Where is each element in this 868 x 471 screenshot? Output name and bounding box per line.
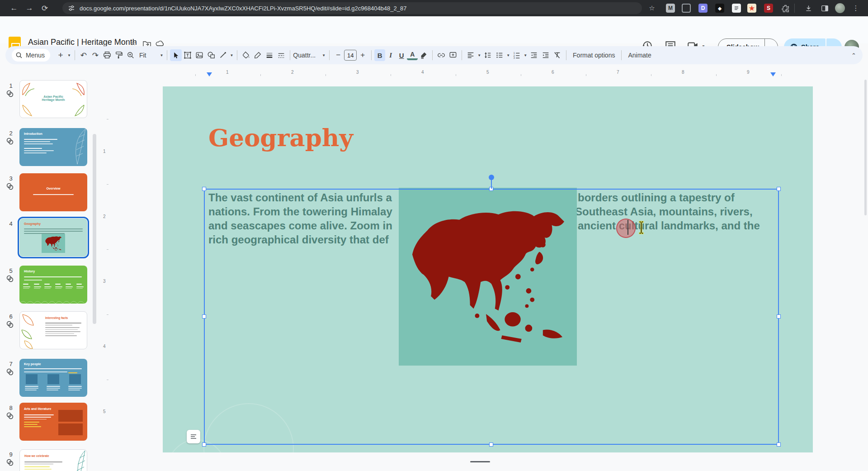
- body-text-line[interactable]: borders outlining a tapestry of: [578, 191, 735, 204]
- increase-indent-button[interactable]: [540, 49, 552, 61]
- canvas-scrollbar[interactable]: [864, 80, 867, 215]
- browser-forward-button[interactable]: →: [22, 2, 37, 14]
- body-text-line[interactable]: nations. From the towering Himalay: [208, 205, 400, 218]
- new-slide-caret[interactable]: ▼: [67, 53, 71, 57]
- extension-d-icon[interactable]: D: [698, 4, 708, 13]
- side-panel-icon[interactable]: [819, 3, 830, 14]
- resize-handle-ne[interactable]: [777, 187, 781, 191]
- align-caret[interactable]: ▼: [477, 53, 481, 57]
- insert-shape-button[interactable]: [205, 49, 217, 61]
- slide-thumbnail-1[interactable]: Asian Pacific Heritage Month: [19, 80, 87, 118]
- select-tool-button[interactable]: [170, 49, 182, 61]
- extension-m-icon[interactable]: M: [666, 4, 675, 13]
- extension-s-icon[interactable]: S: [764, 4, 773, 13]
- insert-image-button[interactable]: [193, 49, 205, 61]
- border-dash-button[interactable]: [275, 49, 287, 61]
- slide-thumbnail-7[interactable]: Key people: [19, 359, 87, 397]
- resize-handle-s[interactable]: [489, 442, 493, 447]
- slide-thumbnail-8[interactable]: Arts and literature: [19, 403, 87, 441]
- fill-color-button[interactable]: [240, 49, 252, 61]
- decrease-indent-button[interactable]: [528, 49, 540, 61]
- site-settings-icon[interactable]: [68, 5, 75, 12]
- bulleted-list-caret[interactable]: ▼: [506, 53, 510, 57]
- slide-title-text[interactable]: Geography: [208, 124, 353, 152]
- resize-handle-e[interactable]: [777, 314, 781, 319]
- underline-button[interactable]: U: [396, 49, 407, 61]
- bold-button[interactable]: B: [374, 49, 385, 61]
- slide-thumbnail-9[interactable]: How we celebrate: [19, 449, 87, 471]
- redo-button[interactable]: ↷: [90, 49, 101, 61]
- zoom-fit-select[interactable]: Fit: [139, 52, 146, 59]
- new-slide-button[interactable]: +: [55, 49, 66, 61]
- extensions-puzzle-icon[interactable]: [780, 3, 791, 14]
- browser-back-button[interactable]: ←: [6, 2, 22, 14]
- border-weight-button[interactable]: [264, 49, 275, 61]
- right-indent-marker[interactable]: [770, 72, 776, 76]
- italic-button[interactable]: I: [385, 49, 396, 61]
- downloads-icon[interactable]: [803, 3, 814, 14]
- slide-thumbnail-6[interactable]: Interesting facts: [19, 311, 87, 349]
- paint-format-button[interactable]: [113, 49, 125, 61]
- resize-handle-w[interactable]: [202, 314, 206, 319]
- extension-circle-icon[interactable]: [682, 4, 691, 13]
- body-text-line[interactable]: ancient cultural landmarks, and the: [578, 219, 760, 232]
- autofit-options-button[interactable]: [187, 430, 200, 443]
- font-family-select[interactable]: Quattr...: [293, 52, 321, 59]
- docs-header: Asian Pacific | Heritage Month ☆ File Ed…: [0, 16, 868, 43]
- speaker-notes-splitter[interactable]: [470, 461, 490, 462]
- font-size-input[interactable]: 14: [344, 50, 357, 61]
- border-color-button[interactable]: [252, 49, 264, 61]
- zoom-button[interactable]: [125, 49, 137, 61]
- body-text-line[interactable]: and seascapes come alive. Zoom in: [208, 219, 400, 232]
- address-bar[interactable]: docs.google.com/presentation/d/1nCiUukoN…: [62, 2, 642, 14]
- insert-link-button[interactable]: [435, 49, 447, 61]
- document-title[interactable]: Asian Pacific | Heritage Month: [28, 38, 137, 47]
- resize-handle-sw[interactable]: [202, 442, 206, 447]
- body-text-line[interactable]: The vast continent of Asia unfurls a: [208, 191, 400, 204]
- browser-profile-avatar[interactable]: [835, 3, 845, 13]
- numbered-list-button[interactable]: 123: [511, 49, 523, 61]
- highlight-color-button[interactable]: [418, 49, 429, 61]
- filmstrip-scrollbar[interactable]: [93, 134, 96, 324]
- rotation-handle[interactable]: [489, 175, 494, 180]
- bookmark-star-icon[interactable]: ☆: [646, 3, 657, 14]
- decrease-font-size-button[interactable]: −: [332, 49, 344, 61]
- extension-emblem-icon[interactable]: ◆: [715, 4, 724, 13]
- body-text-line[interactable]: rich geographical diversity that def: [208, 233, 400, 246]
- ruler-number: 8: [682, 70, 684, 75]
- extension-star-icon[interactable]: ★: [747, 4, 756, 13]
- slide-thumbnail-3[interactable]: Overview: [19, 173, 87, 211]
- search-menus-button[interactable]: Menus: [12, 49, 50, 62]
- align-button[interactable]: [465, 49, 476, 61]
- slide-thumbnail-5[interactable]: History: [19, 266, 87, 304]
- ruler-tick: [107, 119, 108, 119]
- body-text-line[interactable]: Southeast Asia, mountains, rivers,: [575, 205, 753, 218]
- bulleted-list-button[interactable]: [494, 49, 505, 61]
- slide-thumbnail-4[interactable]: Geography: [19, 219, 87, 257]
- text-color-button[interactable]: A: [407, 50, 418, 60]
- increase-font-size-button[interactable]: +: [357, 49, 368, 61]
- resize-handle-se[interactable]: [777, 442, 781, 447]
- undo-button[interactable]: ↶: [78, 49, 90, 61]
- extension-list-icon[interactable]: [732, 4, 741, 13]
- text-box-button[interactable]: [182, 49, 193, 61]
- clear-formatting-button[interactable]: [552, 49, 563, 61]
- insert-line-caret[interactable]: ▼: [230, 53, 233, 57]
- animate-button[interactable]: Animate: [624, 52, 655, 59]
- ruler-tick: [326, 74, 326, 76]
- font-family-caret[interactable]: ▼: [322, 53, 326, 57]
- format-options-button[interactable]: Format options: [569, 52, 618, 59]
- left-indent-marker[interactable]: [207, 72, 212, 76]
- resize-handle-nw[interactable]: [202, 187, 206, 191]
- print-button[interactable]: [101, 49, 113, 61]
- asia-map-image[interactable]: [399, 188, 577, 366]
- numbered-list-caret[interactable]: ▼: [524, 53, 527, 57]
- browser-menu-icon[interactable]: ⋮: [850, 3, 861, 14]
- browser-reload-button[interactable]: ⟳: [37, 2, 52, 14]
- add-comment-button[interactable]: [447, 49, 459, 61]
- collapse-toolbar-icon[interactable]: ⌃: [851, 52, 856, 59]
- line-spacing-button[interactable]: [482, 49, 494, 61]
- slide-thumbnail-2[interactable]: Introduction: [19, 128, 87, 166]
- insert-line-button[interactable]: [217, 49, 229, 61]
- zoom-fit-caret[interactable]: ▼: [160, 53, 164, 57]
